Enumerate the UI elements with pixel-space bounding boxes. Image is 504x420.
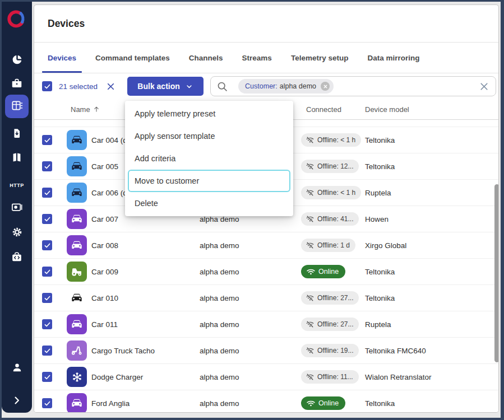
connection-status-badge: Offline: 19... [301, 344, 359, 357]
device-row[interactable]: Cargo Truck Tachoalpha demoOffline: 19..… [34, 338, 498, 364]
device-row[interactable]: Car 009alpha demoOnlineTeltonika [34, 259, 498, 285]
device-type-car-icon [67, 183, 87, 203]
vertical-scrollbar-thumb[interactable] [494, 184, 499, 362]
connection-status-badge: Offline: 41... [301, 212, 359, 226]
column-header-connected[interactable]: Connected [306, 99, 341, 119]
sidebar-item-settings-gear[interactable] [2, 225, 32, 241]
close-icon [478, 81, 490, 92]
device-row[interactable]: Car 011alpha demoOffline: 27...Ruptela [34, 311, 498, 338]
row-checkbox[interactable] [42, 188, 52, 198]
wifi-icon [306, 399, 316, 408]
device-model: Ruptela [365, 180, 391, 206]
row-checkbox[interactable] [42, 135, 52, 145]
connection-status-badge: Online [301, 396, 345, 410]
dashboard-pie-icon [11, 53, 24, 68]
window-frame: HTTP Devices DevicesCommand templatesCha… [2, 2, 501, 418]
devices-panel: Devices DevicesCommand templatesChannels… [34, 4, 499, 413]
connection-status-badge: Offline: 11... [301, 370, 359, 384]
wifi-off-icon [306, 372, 315, 381]
row-checkbox[interactable] [42, 214, 52, 224]
menu-item-add-criteria[interactable]: Add criteria [125, 147, 293, 170]
filter-chip-value: alpha demo [280, 82, 316, 90]
sidebar-item-streams-cast[interactable] [2, 200, 32, 216]
sidebar-item-toolbox-briefcase[interactable] [2, 77, 32, 92]
sidebar-item-expand-chevron[interactable] [2, 394, 32, 409]
sidebar-item-http[interactable]: HTTP [2, 178, 32, 193]
connection-status-badge: Offline: < 1 h [301, 133, 361, 147]
bulk-action-button[interactable]: Bulk action [127, 77, 204, 96]
device-type-tractor-icon [67, 262, 87, 282]
search-input[interactable]: Customer: alpha demo [210, 76, 496, 96]
row-checkbox[interactable] [42, 293, 52, 303]
tab-channels[interactable]: Channels [189, 43, 223, 73]
selection-toolbar: 21 selected Bulk action Customer: alpha … [34, 73, 498, 99]
sim-cards-icon [11, 127, 23, 142]
user-icon [11, 361, 24, 376]
device-row[interactable]: Car 010alpha demoOffline: 27...Teltonika [34, 285, 498, 311]
row-checkbox[interactable] [42, 372, 52, 382]
device-model: Wialon Retranslator [365, 364, 432, 390]
streams-cast-icon [11, 201, 24, 216]
tab-devices[interactable]: Devices [48, 43, 76, 73]
device-model: Teltonika [365, 259, 395, 285]
column-header-name[interactable]: Name [71, 99, 100, 119]
select-all-checkbox[interactable] [42, 81, 52, 91]
tab-command-templates[interactable]: Command templates [95, 43, 170, 73]
device-type-snowflake-icon [67, 367, 87, 387]
selected-count-label: 21 selected [59, 82, 98, 91]
wifi-off-icon [306, 346, 315, 355]
devices-icon [11, 99, 24, 114]
device-customer: alpha demo [200, 364, 239, 390]
row-checkbox[interactable] [42, 267, 52, 277]
menu-item-apply-sensor-template[interactable]: Apply sensor template [125, 125, 293, 147]
device-row[interactable]: Dodge Chargeralpha demoOffline: 11...Wia… [34, 364, 498, 390]
device-model: Teltonika [365, 285, 395, 311]
http-label: HTTP [10, 183, 24, 188]
column-header-device-model[interactable]: Device model [365, 99, 409, 119]
connection-status-badge: Offline: 1 d [301, 239, 355, 252]
connection-status-badge: Offline: < 1 h [301, 186, 361, 199]
tab-streams[interactable]: Streams [242, 43, 272, 73]
device-type-scooter-icon [67, 340, 87, 361]
wifi-off-icon [306, 214, 315, 223]
device-name: Car 008 [91, 232, 118, 259]
column-label: Connected [306, 105, 341, 114]
remove-filter-button[interactable] [321, 82, 330, 91]
menu-item-apply-telemetry-preset[interactable]: Apply telemetry preset [125, 102, 293, 125]
search-icon [216, 81, 228, 92]
device-row[interactable]: Ford Angliaalpha demoOnlineTeltonika [34, 390, 498, 413]
column-label: Device model [365, 105, 409, 114]
device-row[interactable]: Car 008alpha demoOffline: 1 dXirgo Globa… [34, 232, 498, 259]
connection-status-badge: Online [301, 265, 345, 278]
device-type-car-icon [67, 235, 87, 255]
row-checkbox[interactable] [42, 346, 52, 356]
row-checkbox[interactable] [42, 319, 52, 329]
sidebar-item-tools-code[interactable] [2, 250, 32, 266]
device-type-car-icon [67, 156, 87, 176]
device-model: Teltonika [365, 390, 395, 413]
tab-telemetry-setup[interactable]: Telemetry setup [291, 43, 349, 73]
device-type-car-icon [67, 288, 87, 308]
wifi-off-icon [306, 188, 315, 197]
sidebar-item-dashboard-pie[interactable] [2, 53, 32, 68]
sidebar-item-sim-cards[interactable] [2, 127, 32, 142]
row-checkbox[interactable] [42, 240, 52, 250]
filter-chip-customer[interactable]: Customer: alpha demo [238, 79, 334, 94]
menu-item-move-to-customer[interactable]: Move to customer [128, 170, 290, 192]
sidebar-item-user[interactable] [2, 361, 32, 376]
bulk-action-menu: Apply telemetry presetApply sensor templ… [125, 101, 293, 216]
connection-status-text: Offline: < 1 h [317, 189, 355, 197]
panel-header: Devices [34, 5, 498, 43]
clear-selection-button[interactable] [105, 81, 116, 92]
sidebar-item-geofences-map[interactable] [2, 151, 32, 166]
menu-item-delete[interactable]: Delete [125, 192, 293, 214]
flespi-logo-icon [6, 8, 28, 31]
row-checkbox[interactable] [42, 161, 52, 171]
app-logo[interactable] [2, 8, 32, 31]
device-customer: alpha demo [200, 285, 239, 311]
tab-data-mirroring[interactable]: Data mirroring [367, 43, 419, 73]
row-checkbox[interactable] [42, 398, 52, 408]
clear-search-button[interactable] [478, 81, 490, 92]
sidebar-item-devices[interactable] [2, 95, 32, 118]
device-name: Car 007 [91, 206, 118, 232]
